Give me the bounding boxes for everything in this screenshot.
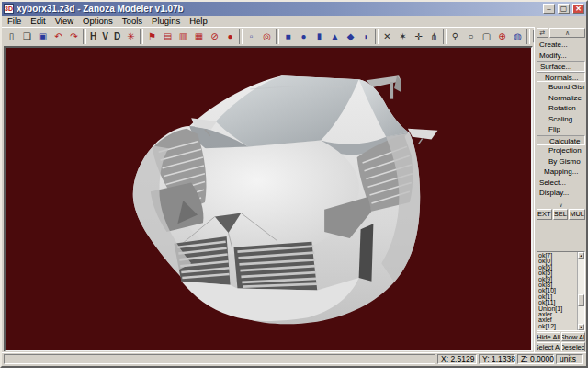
panel-item-mapping[interactable]: Mapping... <box>537 167 585 178</box>
objects-listbox[interactable]: ok[7] ok[0] ok[6] ok[5] ok[9] ok[8] ok[1… <box>537 251 585 331</box>
axes-icon[interactable]: ✳ <box>123 29 139 44</box>
render-sphere-icon[interactable]: ● <box>222 29 238 44</box>
panel-spacer <box>537 220 585 252</box>
cube-primitive-icon[interactable]: ■ <box>280 29 296 44</box>
menu-help[interactable]: Help <box>185 16 212 27</box>
select-all-button[interactable]: Select All <box>537 342 560 351</box>
disable-icon[interactable]: ⊘ <box>207 29 222 44</box>
viewport-layout-4-icon[interactable]: ▦ <box>191 29 207 44</box>
listbox-scrollbar[interactable]: ▲ ▼ <box>577 252 584 330</box>
panel-item-normals[interactable]: Normals... <box>537 72 585 83</box>
status-bar: X: 2.5129 Y: 1.1338 Z: 0.0000 units <box>2 352 586 366</box>
toolbar-separator <box>443 29 447 44</box>
scroll-down-icon[interactable]: ▼ <box>578 324 584 330</box>
cylinder-primitive-icon[interactable]: ▮ <box>311 29 327 44</box>
orbit-tool-icon[interactable]: ○ <box>463 29 479 44</box>
d-view-button[interactable]: D <box>111 29 123 44</box>
panel-item-by-gismo[interactable]: By Gismo <box>537 156 585 167</box>
panel-item-bound-gismo[interactable]: Bound Gismo <box>537 82 585 93</box>
car-model-3d <box>6 48 531 350</box>
bumper-grille-center <box>234 242 318 291</box>
app-icon: 3D <box>4 4 14 14</box>
menu-tools[interactable]: Tools <box>118 16 147 27</box>
panel-item-display[interactable]: Display... <box>537 188 585 199</box>
tool-panel: ⇄ ∧ Create... Modify... Surface... Norma… <box>534 27 586 352</box>
ext-mode-button[interactable]: EXT <box>537 209 552 220</box>
mul-mode-button[interactable]: MUL <box>569 209 585 220</box>
toolbar-separator <box>375 29 379 44</box>
status-units: units <box>556 354 583 364</box>
panel-menu: Create... Modify... Surface... Normals..… <box>537 40 585 199</box>
objects-list: ok[7] ok[0] ok[6] ok[5] ok[9] ok[8] ok[1… <box>537 252 577 330</box>
pan-tool-icon[interactable]: ▢ <box>479 29 494 44</box>
toolbar-separator <box>276 29 279 44</box>
torus-primitive-icon[interactable]: ◗ <box>358 29 374 44</box>
viewport-3d[interactable] <box>4 46 533 351</box>
deselect-button[interactable]: Deselect <box>561 342 585 351</box>
menu-plugins[interactable]: Plugins <box>147 16 185 27</box>
panel-rollup-button[interactable]: ∨ <box>537 201 585 209</box>
delete-tool-icon[interactable]: ✕ <box>379 29 395 44</box>
status-message-cell <box>4 354 435 364</box>
toolbar-separator <box>140 29 143 44</box>
viewport-layout-2-icon[interactable]: ▥ <box>175 29 191 44</box>
toolbar-separator <box>526 29 530 44</box>
menu-edit[interactable]: Edit <box>26 16 50 27</box>
panel-item-calculate[interactable]: Calculate <box>537 135 585 146</box>
minimize-button[interactable]: – <box>543 4 555 14</box>
menu-file[interactable]: File <box>3 16 26 27</box>
menu-bar: File Edit View Options Tools Plugins Hel… <box>2 16 586 27</box>
panel-collapse-button[interactable]: ∧ <box>549 28 585 38</box>
panel-swap-button[interactable]: ⇄ <box>537 28 548 38</box>
select-flag-icon[interactable]: ⚑ <box>144 29 160 44</box>
material-tool-icon[interactable]: ◍ <box>510 29 526 44</box>
scroll-up-icon[interactable]: ▲ <box>578 252 584 259</box>
new-view-icon[interactable]: ▫ <box>243 29 259 44</box>
toolbar: ▯ ❏ ▣ ↶ ↷ H V D ✳ ⚑ ▤ ▥ ▦ ⊘ ● ▫ ◎ <box>2 27 534 45</box>
scroll-thumb[interactable] <box>578 294 584 306</box>
star-tool-icon[interactable]: ✶ <box>395 29 411 44</box>
panel-item-rotation[interactable]: Rotation <box>537 103 585 114</box>
sel-mode-button[interactable]: SEL <box>553 209 569 220</box>
hide-all-button[interactable]: Hide All <box>537 332 560 341</box>
list-item[interactable]: ok[12] <box>537 324 577 329</box>
zoom-tool-icon[interactable]: ⚲ <box>447 29 463 44</box>
panel-item-modify[interactable]: Modify... <box>537 51 585 62</box>
scroll-track[interactable] <box>578 259 584 324</box>
panel-item-surface[interactable]: Surface... <box>537 61 585 72</box>
h-view-button[interactable]: H <box>87 29 99 44</box>
move-tool-icon[interactable]: ✛ <box>411 29 426 44</box>
menu-view[interactable]: View <box>51 16 78 27</box>
cone-primitive-icon[interactable]: ▲ <box>327 29 343 44</box>
title-bar: 3D xyborx31.z3d - Zanoza Modeler v1.07b … <box>2 2 586 16</box>
toolbar-separator <box>83 29 86 44</box>
maximize-button[interactable]: ▢ <box>558 4 570 14</box>
close-button[interactable]: ✕ <box>572 4 584 14</box>
window-title: xyborx31.z3d - Zanoza Modeler v1.07b <box>17 4 540 14</box>
rhombus-primitive-icon[interactable]: ◆ <box>343 29 358 44</box>
show-all-button[interactable]: Show All <box>561 332 585 341</box>
new-file-icon[interactable]: ▯ <box>4 29 19 44</box>
object-action-buttons: Hide All Show All Select All Deselect <box>537 332 585 351</box>
menu-options[interactable]: Options <box>78 16 118 27</box>
left-column: ▯ ❏ ▣ ↶ ↷ H V D ✳ ⚑ ▤ ▥ ▦ ⊘ ● ▫ ◎ <box>2 27 534 352</box>
panel-item-create[interactable]: Create... <box>537 40 585 51</box>
toolbar-separator <box>239 29 243 44</box>
open-folder-icon[interactable]: ❏ <box>19 29 35 44</box>
undo-icon[interactable]: ↶ <box>51 29 66 44</box>
pick-tool-icon[interactable]: ⋔ <box>426 29 442 44</box>
panel-item-projection[interactable]: Projection <box>537 145 585 156</box>
redo-icon[interactable]: ↷ <box>66 29 82 44</box>
panel-item-normalize[interactable]: Normalize <box>537 93 585 104</box>
app-window: 3D xyborx31.z3d - Zanoza Modeler v1.07b … <box>0 0 588 368</box>
v-view-button[interactable]: V <box>99 29 111 44</box>
viewport-layout-1-icon[interactable]: ▤ <box>160 29 175 44</box>
panel-item-select[interactable]: Select... <box>537 178 585 189</box>
selection-mode-buttons: EXT SEL MUL <box>537 209 585 220</box>
panel-item-flip[interactable]: Flip <box>537 124 585 135</box>
target-icon[interactable]: ◎ <box>259 29 275 44</box>
panel-item-scaling[interactable]: Scaling <box>537 114 585 125</box>
center-tool-icon[interactable]: ⊕ <box>494 29 510 44</box>
save-icon[interactable]: ▣ <box>35 29 51 44</box>
sphere-primitive-icon[interactable]: ● <box>296 29 311 44</box>
